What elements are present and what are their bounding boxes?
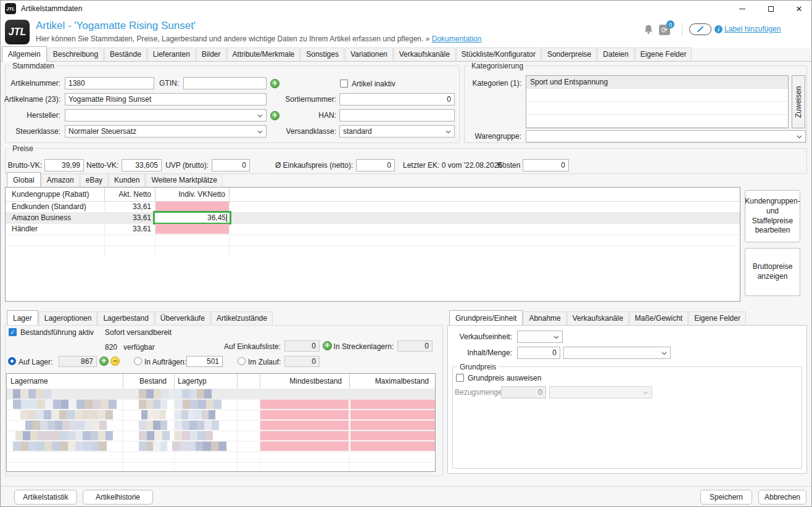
mindestbestand-cell[interactable] bbox=[260, 442, 349, 451]
indiv-vknetto-cell[interactable] bbox=[155, 224, 229, 234]
steuerklasse-combo[interactable]: Normaler Steuersatz bbox=[65, 125, 267, 138]
dokumentation-link[interactable]: Dokumentation bbox=[432, 35, 482, 43]
maximalbestand-cell[interactable] bbox=[350, 421, 435, 430]
tab-allgemein[interactable]: Allgemein bbox=[2, 46, 47, 62]
inhalt-einheit-combo[interactable] bbox=[563, 347, 671, 359]
gp-tab-abnahme[interactable]: Abnahme bbox=[523, 311, 566, 325]
tab-attribute-merkmale[interactable]: Attribute/Merkmale bbox=[227, 47, 300, 61]
kundengruppen-staffelpreise-button[interactable]: Kundengruppen- und Staffelpreise bearbei… bbox=[745, 190, 800, 242]
lager-tab-lageroptionen[interactable]: Lageroptionen bbox=[39, 311, 97, 325]
tab-verkaufskanäle[interactable]: Verkaufskanäle bbox=[394, 47, 455, 61]
price-tab-weitere-marktplätze[interactable]: Weitere Marktplätze bbox=[146, 173, 222, 187]
kategorie-list-item[interactable] bbox=[526, 115, 788, 128]
abbrechen-button[interactable]: Abbrechen bbox=[758, 490, 806, 505]
grundpreis-ausweisen-checkbox[interactable] bbox=[456, 374, 464, 382]
kategorie-list-item[interactable] bbox=[526, 102, 788, 115]
artikelnummer-field[interactable]: 1380 bbox=[65, 77, 154, 89]
mindestbestand-cell[interactable] bbox=[260, 410, 349, 419]
tab-beschreibung[interactable]: Beschreibung bbox=[48, 47, 104, 61]
close-button[interactable]: ✕ bbox=[785, 0, 812, 17]
hersteller-combo[interactable] bbox=[65, 109, 267, 122]
im-zulauf-radio[interactable] bbox=[238, 357, 246, 365]
kosten-field[interactable]: 0 bbox=[523, 159, 569, 171]
han-field[interactable] bbox=[339, 109, 455, 122]
in-auftraegen-radio[interactable] bbox=[134, 357, 142, 365]
lager-tab-lager[interactable]: Lager bbox=[7, 310, 38, 326]
verkaufseinheit-combo[interactable] bbox=[517, 331, 563, 343]
tab-variationen[interactable]: Variationen bbox=[345, 47, 393, 61]
tab-bestände[interactable]: Bestände bbox=[104, 47, 147, 61]
lager-tab-überverkäufe[interactable]: Überverkäufe bbox=[155, 311, 210, 325]
artikel-inaktiv-checkbox[interactable] bbox=[340, 80, 348, 88]
lager-tab-lagerbestand[interactable]: Lagerbestand bbox=[97, 311, 154, 325]
tab-sonderpreise[interactable]: Sonderpreise bbox=[542, 47, 597, 61]
tab-sonstiges[interactable]: Sonstiges bbox=[300, 47, 344, 61]
maximalbestand-cell[interactable] bbox=[350, 431, 435, 440]
tab-dateien[interactable]: Dateien bbox=[597, 47, 634, 61]
kategorien-listbox[interactable]: Sport und Entspannung bbox=[526, 75, 789, 128]
tab-stückliste-konfigurator[interactable]: Stückliste/Konfigurator bbox=[456, 47, 541, 61]
bestandsfuehrung-checkbox[interactable]: ✓ bbox=[9, 328, 17, 336]
price-tab-global[interactable]: Global bbox=[7, 172, 41, 188]
bell-icon[interactable] bbox=[644, 24, 653, 35]
maximalbestand-cell[interactable] bbox=[350, 442, 435, 451]
minimize-button[interactable] bbox=[728, 0, 756, 17]
auf-lager-field[interactable]: 867 bbox=[59, 356, 97, 367]
maximize-button[interactable] bbox=[756, 0, 785, 17]
gtin-add-icon[interactable]: + bbox=[270, 79, 280, 88]
label-hinzufuegen-link[interactable]: Label hinzufügen bbox=[724, 25, 781, 33]
versandklasse-combo[interactable]: standard bbox=[339, 125, 455, 138]
im-zulauf-field[interactable]: 0 bbox=[284, 356, 320, 367]
speichern-button[interactable]: Speichern bbox=[700, 490, 752, 505]
gp-tab-eigene-felder[interactable]: Eigene Felder bbox=[689, 311, 746, 325]
artikelstatistik-button[interactable]: Artikelstatistik bbox=[14, 490, 77, 505]
edit-label-button[interactable] bbox=[689, 23, 711, 35]
inhalt-menge-field[interactable]: 0 bbox=[517, 347, 560, 359]
zuweisen-button[interactable]: Zuweisen bbox=[792, 75, 805, 128]
auf-lager-radio[interactable] bbox=[8, 357, 16, 365]
price-tab-kunden[interactable]: Kunden bbox=[109, 173, 145, 187]
price-tab-ebay[interactable]: eBay bbox=[80, 173, 108, 187]
tab-lieferanten[interactable]: Lieferanten bbox=[147, 47, 196, 61]
gtin-field[interactable] bbox=[183, 77, 267, 89]
brutto-vk-field[interactable]: 39,99 bbox=[44, 159, 84, 171]
in-auftraegen-field[interactable]: 501 bbox=[186, 356, 223, 367]
kategorie-list-item[interactable] bbox=[526, 89, 788, 102]
bezugsmenge-field[interactable]: 0 bbox=[501, 386, 546, 398]
maximalbestand-cell[interactable] bbox=[350, 400, 435, 409]
mindestbestand-cell[interactable] bbox=[260, 400, 349, 409]
indiv-vknetto-edit-cell[interactable]: 36,45 bbox=[153, 211, 231, 225]
gp-tab-grundpreis-einheit[interactable]: Grundpreis/Einheit bbox=[449, 310, 523, 326]
lager-col-header: Lagertyp bbox=[174, 374, 233, 389]
artikelname-field[interactable]: Yogamatte Rising Sunset bbox=[65, 93, 267, 105]
uvp-field[interactable]: 0 bbox=[212, 159, 250, 171]
lager-col-header: Maximalbestand bbox=[349, 374, 433, 389]
bruttopreise-anzeigen-button[interactable]: Bruttopreise anzeigen bbox=[745, 248, 800, 296]
bestand-remove-icon[interactable]: − bbox=[110, 357, 120, 366]
bezugsmenge-label: Bezugsmenge bbox=[455, 386, 498, 398]
indiv-vknetto-cell[interactable] bbox=[155, 202, 229, 212]
gp-tab-verkaufskanäle[interactable]: Verkaufskanäle bbox=[567, 311, 629, 325]
gp-tab-maße-gewicht[interactable]: Maße/Gewicht bbox=[629, 311, 688, 325]
einkaufsliste-add-icon[interactable]: + bbox=[323, 341, 332, 350]
maximalbestand-cell[interactable] bbox=[350, 410, 435, 419]
mindestbestand-cell[interactable] bbox=[260, 421, 349, 430]
redacted-cell-blur bbox=[13, 389, 51, 398]
chevron-down-icon bbox=[797, 135, 802, 139]
bezugsmenge-einheit-combo[interactable] bbox=[549, 386, 652, 398]
hersteller-add-icon[interactable]: + bbox=[270, 111, 280, 120]
sortiernummer-field[interactable]: 0 bbox=[339, 93, 455, 105]
mindestbestand-cell[interactable] bbox=[260, 431, 349, 440]
artikelhistorie-button[interactable]: Artikelhistorie bbox=[83, 490, 153, 505]
einkaufspreis-field[interactable]: 0 bbox=[356, 159, 395, 171]
lager-tab-artikelzustände[interactable]: Artikelzustände bbox=[211, 311, 273, 325]
in-streckenlagern-field[interactable]: 0 bbox=[397, 340, 433, 352]
bestand-add-icon[interactable]: + bbox=[99, 357, 109, 366]
warengruppe-combo[interactable] bbox=[526, 130, 806, 142]
price-tab-amazon[interactable]: Amazon bbox=[41, 173, 80, 187]
kategorie-list-item[interactable]: Sport und Entspannung bbox=[526, 76, 788, 89]
auf-einkaufsliste-field[interactable]: 0 bbox=[284, 340, 320, 352]
netto-vk-field[interactable]: 33,605 bbox=[122, 159, 162, 171]
tab-eigene-felder[interactable]: Eigene Felder bbox=[635, 47, 692, 61]
tab-bilder[interactable]: Bilder bbox=[196, 47, 226, 61]
